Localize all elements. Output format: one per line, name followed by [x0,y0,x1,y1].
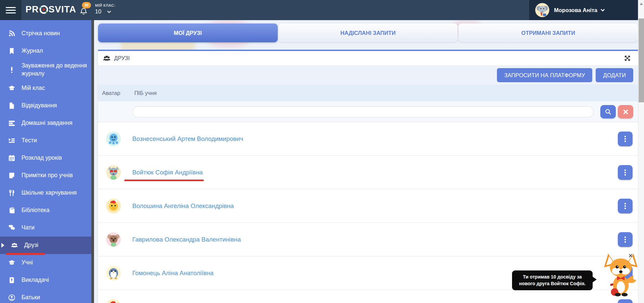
table-row: Волошина Ангеліна Олександрівна [98,189,638,223]
sidebar-item-label: Мій клас [21,84,45,92]
logo-text-right: SVITA [49,4,77,15]
page: PR SVITA 30 МІЙ КЛАС: 10 [0,0,644,303]
logo: PR SVITA [26,4,76,15]
search-input[interactable] [132,106,594,117]
scrollbar-up-arrow[interactable] [640,3,643,5]
sidebar-item-label: Стрічка новин [21,30,60,38]
sidebar-item-parents[interactable]: Батьки [0,289,91,303]
tab-received-requests[interactable]: ОТРИМАНІ ЗАПИТИ [458,23,638,42]
user-avatar [535,3,549,17]
exclamation-icon [7,66,16,74]
cat-avatar [106,165,121,180]
sidebar-item-label: Учні [21,259,33,267]
sidebar-item-label: Чати [21,224,35,232]
penguin-avatar [106,266,121,281]
add-friend-button[interactable]: ДОДАТИ [596,68,633,82]
annotation-underline [124,180,204,181]
tab-sent-requests[interactable]: НАДІСЛАНІ ЗАПИТИ [278,23,458,42]
row-menu-button[interactable] [618,232,633,247]
close-icon [623,109,629,115]
row-menu-button[interactable] [618,132,633,146]
sidebar-item-attendance[interactable]: Відвідування [0,97,91,114]
sidebar-item-students[interactable]: Учні [0,254,91,271]
koala-avatar [106,232,121,247]
table-row: Гаврилова Олександра Валентинівна [98,223,638,256]
sidebar-item-journal-remarks[interactable]: Зауваження до ведення журналу [0,60,91,80]
sidebar-item-label: Шкільне харчування [21,189,77,197]
friend-name-link[interactable]: Вознесенський Артем Володимирович [132,135,243,143]
sidebar-item-schedule[interactable]: Розклад уроків [0,149,91,167]
class-value: 10 [95,8,101,15]
table-row [98,290,638,303]
sidebar-item-school-meals[interactable]: Шкільне харчування [0,184,91,202]
sidebar-item-label: Розклад уроків [21,154,62,162]
sidebar-item-my-class[interactable]: Мій клас [0,80,91,97]
graduation-cap-icon [7,259,16,267]
friends-panel: ДРУЗІ ЗАПРОСИТИ НА ПЛАТФОРМУ ДОДАТИ Ават… [98,50,638,303]
friend-name-link[interactable]: Гомонець Аліна Анатоліївна [132,269,214,277]
sidebar-item-label: Зауваження до ведення журналу [21,62,88,78]
logo-play-icon [39,5,48,14]
sidebar-item-label: Відвідування [21,102,57,110]
search-button[interactable] [600,105,616,118]
sidebar-item-label: Домашні завдання [21,119,73,127]
sidebar-item-library[interactable]: Бібліотека [0,202,91,219]
user-menu[interactable]: Морозова Аніта [529,0,638,20]
clear-search-button[interactable] [618,105,633,118]
user-name: Морозова Аніта [554,7,597,13]
person-circle-icon [7,294,16,302]
cutlery-icon [7,189,16,197]
chevron-down-icon [601,9,605,11]
sidebar-item-label: Тести [21,137,37,145]
table-header-row: Аватар ПІБ учня [98,85,638,101]
topbar: PR SVITA 30 МІЙ КЛАС: 10 [0,0,638,20]
table-row: Войтюк Софія Андріївна [98,156,638,189]
rss-icon [7,30,16,38]
mascot-close-icon[interactable]: ✕ [627,253,634,259]
bookmark-icon [7,47,16,55]
mascot-tooltip: Ти отримав 10 досвіду за нового друга Во… [512,270,593,290]
logo-text-left: PR [26,4,39,15]
sidebar-item-student-notes[interactable]: Примітки про учнів [0,167,91,184]
tie-icon [7,276,16,284]
sidebar-item-journal[interactable]: Журнал [0,42,91,60]
row-menu-button[interactable] [618,165,633,180]
calendar-icon [7,154,16,162]
expand-icon[interactable] [624,55,631,62]
sidebar-item-news-feed[interactable]: Стрічка новин [0,25,91,42]
column-name: ПІБ учня [134,90,157,96]
chevron-down-icon [107,10,111,13]
graduation-cap-icon [7,84,16,92]
people-group-icon [10,241,19,249]
list-lines-icon [7,119,16,127]
scrollbar[interactable] [638,0,644,303]
active-caret-icon [1,243,4,248]
tab-my-friends[interactable]: МОЇ ДРУЗІ [98,23,278,42]
scrollbar-thumb[interactable] [639,18,644,102]
chick-avatar [106,299,121,303]
sidebar-item-label: Батьки [21,294,40,302]
octopus-avatar [106,132,121,146]
sidebar-item-label: Журнал [21,47,43,55]
sidebar-item-teachers[interactable]: Викладачі [0,271,91,289]
panel-title: ДРУЗІ [114,55,130,61]
sidebar-item-label: Викладачі [21,276,49,284]
row-menu-button[interactable] [618,199,633,213]
notifications-bell-button[interactable]: 30 [79,5,93,18]
row-menu-button[interactable] [618,299,633,303]
invite-to-platform-button[interactable]: ЗАПРОСИТИ НА ПЛАТФОРМУ [497,68,593,82]
hamburger-menu-button[interactable] [0,0,21,20]
panel-toolbar: ЗАПРОСИТИ НА ПЛАТФОРМУ ДОДАТИ [98,66,638,85]
sidebar-item-friends[interactable]: Друзі [0,237,91,254]
sidebar-item-tests[interactable]: Тести [0,132,91,149]
friend-name-link[interactable]: Волошина Ангеліна Олександрівна [132,202,234,210]
class-selector[interactable]: МІЙ КЛАС: 10 [95,3,116,15]
friend-name-link[interactable]: Войтюк Софія Андріївна [132,169,203,176]
sidebar-item-label: Друзі [24,241,38,249]
sidebar-divider [91,20,94,303]
sidebar-item-homework[interactable]: Домашні завдання [0,114,91,132]
search-icon [604,108,612,115]
friend-name-link[interactable]: Гаврилова Олександра Валентинівна [132,236,241,243]
sidebar-item-chats[interactable]: Чати [0,219,91,237]
sidebar-item-label: Бібліотека [21,206,49,214]
